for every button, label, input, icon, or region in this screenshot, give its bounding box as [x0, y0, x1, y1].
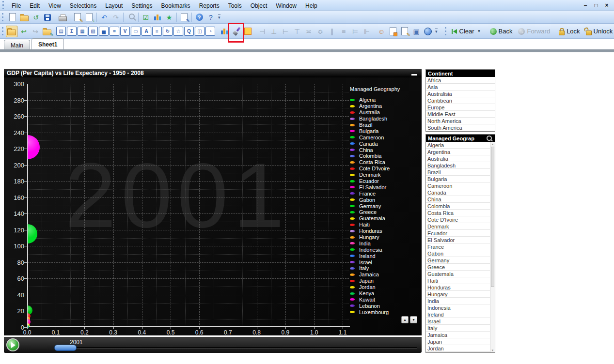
legend-item[interactable]: Argentina: [350, 103, 422, 109]
legend-item[interactable]: Israel: [350, 259, 422, 265]
toolbar-overflow-button[interactable]: ▾: [435, 29, 438, 34]
continent-item[interactable]: Australisia: [426, 91, 495, 97]
save-icon[interactable]: [42, 12, 53, 23]
legend-item[interactable]: Australia: [350, 109, 422, 116]
country-item[interactable]: Indonesia: [426, 304, 495, 311]
minimize-button[interactable]: –: [582, 2, 589, 9]
restore-button[interactable]: □: [593, 2, 599, 9]
country-item[interactable]: Ecuador: [426, 230, 495, 237]
managed-geography-listbox-header[interactable]: Managed Geograp: [426, 135, 495, 142]
menu-view[interactable]: View: [44, 1, 65, 10]
slider-track[interactable]: [55, 347, 417, 349]
dropdown-arrow-icon[interactable]: ▼: [477, 29, 481, 33]
legend-item[interactable]: Jordan: [350, 284, 422, 290]
continent-item[interactable]: North America: [426, 118, 495, 124]
menu-object[interactable]: Object: [246, 1, 272, 10]
unlock-button[interactable]: Unlock: [583, 27, 614, 36]
legend-item[interactable]: Canada: [350, 140, 422, 147]
chart-title-bar[interactable]: GDP (Per Capita) vs Life Expectancy - 19…: [4, 69, 422, 77]
legend-item[interactable]: Bangladesh: [350, 116, 422, 122]
time-chart-wizard-icon[interactable]: [219, 26, 230, 37]
continent-item[interactable]: Middle East: [426, 111, 495, 118]
country-item[interactable]: Argentina: [426, 149, 495, 155]
country-item[interactable]: France: [426, 243, 495, 250]
legend-item[interactable]: Cameroon: [350, 134, 422, 140]
menu-tools[interactable]: Tools: [224, 1, 246, 10]
print-icon[interactable]: [57, 12, 68, 23]
country-item[interactable]: Gabon: [426, 250, 495, 257]
quick-chart-wizard-icon[interactable]: [152, 12, 163, 23]
menu-settings[interactable]: Settings: [127, 1, 157, 10]
user-preferences-icon[interactable]: ☺: [376, 26, 387, 37]
edit-script-icon[interactable]: ✎: [179, 12, 189, 23]
country-item[interactable]: Colombia: [426, 203, 495, 210]
legend-item[interactable]: Haiti: [350, 222, 422, 228]
legend-item[interactable]: Kuwait: [350, 297, 422, 303]
add-bookmark-icon[interactable]: ★: [164, 12, 174, 23]
country-item[interactable]: Germany: [426, 257, 495, 264]
legend-item[interactable]: Greece: [350, 209, 422, 215]
legend-item[interactable]: Kenya: [350, 290, 422, 297]
scroll-thumb[interactable]: [491, 147, 494, 287]
promote-sheet-icon[interactable]: ↩: [18, 26, 29, 37]
legend-item[interactable]: Colombia: [350, 153, 422, 159]
edit-document-icon[interactable]: ✎: [72, 12, 83, 23]
open-file-icon[interactable]: [19, 12, 30, 23]
create-custom-object-icon[interactable]: ◔: [205, 27, 215, 36]
country-item[interactable]: Greece: [426, 264, 495, 271]
legend-item[interactable]: Brazil: [350, 122, 422, 128]
create-listbox-icon[interactable]: ▤: [56, 27, 66, 36]
continent-item[interactable]: Africa: [426, 77, 495, 84]
add-sheet-icon[interactable]: [6, 26, 17, 37]
legend-item[interactable]: Ecuador: [350, 178, 422, 184]
continent-item[interactable]: Asia: [426, 84, 495, 91]
country-item[interactable]: Bulgaria: [426, 176, 495, 182]
create-button-icon[interactable]: ▭: [131, 27, 141, 36]
menu-file[interactable]: File: [7, 1, 25, 10]
chart-minimize-button[interactable]: [411, 74, 417, 76]
create-text-object-icon[interactable]: A: [142, 27, 151, 36]
country-item[interactable]: Costa Rica: [426, 210, 495, 216]
listbox-scrollbar[interactable]: ▲ ▼: [490, 142, 495, 352]
tab-main[interactable]: Main: [4, 40, 30, 49]
document-properties-icon[interactable]: [388, 26, 398, 37]
legend-item[interactable]: Luxembourg: [350, 309, 422, 315]
country-item[interactable]: Algeria: [426, 142, 495, 149]
menu-selections[interactable]: Selections: [65, 1, 101, 10]
legend-item[interactable]: El Salvador: [350, 184, 422, 190]
create-search-object-icon[interactable]: Q: [184, 27, 194, 36]
country-item[interactable]: Brazil: [426, 169, 495, 176]
new-file-icon[interactable]: [7, 12, 18, 23]
menu-window[interactable]: Window: [271, 1, 301, 10]
context-help-icon[interactable]: ?: [205, 12, 216, 23]
toolbar-overflow-button[interactable]: ▾: [218, 15, 220, 20]
country-item[interactable]: Italy: [426, 325, 495, 332]
linked-objects-icon[interactable]: ▣: [411, 26, 422, 37]
country-item[interactable]: Australia: [426, 155, 495, 162]
country-item[interactable]: China: [426, 196, 495, 203]
legend-item[interactable]: Costa Rica: [350, 159, 422, 166]
create-container-icon[interactable]: ◫: [195, 27, 205, 36]
country-item[interactable]: Bangladesh: [426, 162, 495, 169]
country-item[interactable]: Canada: [426, 189, 495, 196]
data-bubble[interactable]: [28, 325, 29, 328]
country-item[interactable]: Haiti: [426, 277, 495, 284]
country-item[interactable]: India: [426, 298, 495, 304]
menu-layout[interactable]: Layout: [101, 1, 127, 10]
legend-item[interactable]: Hungary: [350, 234, 422, 241]
legend-item[interactable]: Cote D'Ivoire: [350, 166, 422, 172]
legend-item[interactable]: Germany: [350, 203, 422, 209]
legend-item[interactable]: Gabon: [350, 197, 422, 203]
design-grid-icon[interactable]: [242, 26, 253, 37]
lock-button[interactable]: Lock: [556, 27, 583, 36]
slider-thumb[interactable]: [54, 345, 77, 351]
country-item[interactable]: Hungary: [426, 291, 495, 298]
data-bubble[interactable]: [28, 224, 37, 243]
country-item[interactable]: Guatemala: [426, 271, 495, 277]
legend-scroll-down-button[interactable]: ▾: [410, 316, 417, 323]
country-item[interactable]: Cote D'Ivoire: [426, 216, 495, 223]
country-item[interactable]: Denmark: [426, 223, 495, 230]
close-button[interactable]: ×: [603, 2, 610, 9]
legend-item[interactable]: Jamaica: [350, 272, 422, 278]
menu-bookmarks[interactable]: Bookmarks: [157, 1, 195, 10]
